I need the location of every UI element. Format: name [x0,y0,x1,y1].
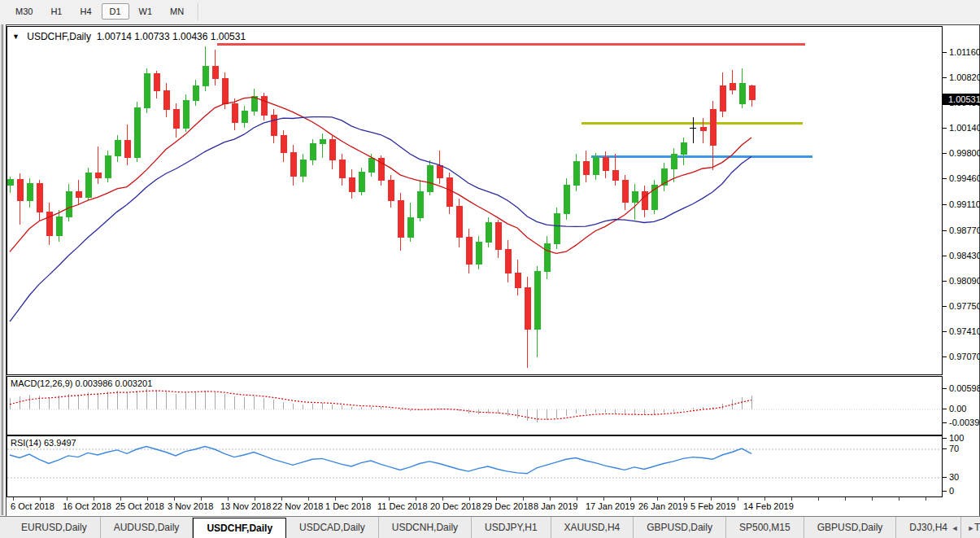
date-label: 26 Jan 2019 [638,501,688,511]
price-label: 0.99460 [949,173,980,183]
rsi-line [10,447,751,474]
candle-body [505,249,511,273]
candle-body [349,178,355,191]
candle-body [359,172,364,191]
date-tick [845,497,846,501]
candle-body [407,217,413,238]
date-tick [469,497,470,501]
tab-scroll-left-icon[interactable]: ◄ [949,523,960,534]
candle-body [134,108,140,158]
candle-body [486,222,491,242]
candle-body [466,238,472,265]
candle-body [154,74,159,91]
macd-label: 0.00 [949,404,966,413]
rsi-canvas[interactable] [7,436,940,495]
ma-slow-line[interactable] [10,117,751,321]
price-label: 0.97410 [949,326,980,336]
candle-body [739,83,745,103]
date-tick [577,497,577,501]
candle-body [271,116,277,136]
candle-body [720,85,725,111]
tab-sp500-m15[interactable]: SP500,M15 [726,517,804,538]
candle-body [495,222,501,249]
value-axis[interactable]: 1.00531 1.011601.008201.004801.001400.99… [943,25,978,516]
candle-body [339,160,345,178]
date-label: 22 Nov 2018 [272,501,323,511]
price-label: 0.97070 [949,352,980,361]
price-tick [943,230,947,231]
date-tick [926,497,926,501]
candle-body [203,66,208,85]
candle-body [85,173,91,197]
candle-body [622,180,628,202]
tab-gbpusd-daily[interactable]: GBPUSD,Daily [804,517,897,538]
chevron-down-icon[interactable]: ▼ [12,33,20,41]
rsi-label: 30 [949,472,959,482]
candle-body [632,191,638,203]
tab-scroll-buttons: ◄ ► [949,523,977,534]
timeframe-button-d1[interactable]: D1 [102,3,129,20]
price-tick [943,281,947,282]
toolbar-separator [198,3,199,20]
candle-body [232,103,237,123]
rsi-panel[interactable]: RSI(14) 63.9497 [7,435,943,497]
candle-body [66,191,72,217]
candle-body [427,165,433,191]
tab-xauusd-h4[interactable]: XAUUSD,H4 [551,517,634,538]
candle-body [583,162,589,175]
price-label: 0.97750 [949,301,980,311]
price-label: 1.00140 [949,123,980,133]
candle-body [544,243,550,272]
rsi-tick [943,448,947,449]
macd-panel[interactable]: MACD(12,26,9) 0.003986 0.003201 [7,376,943,435]
tab-usdcad-daily[interactable]: USDCAD,Daily [286,517,379,538]
candle-body [300,160,306,177]
date-label: 5 Feb 2019 [690,501,736,511]
date-tick [711,497,712,501]
candle-body [437,165,442,178]
date-axis[interactable]: 6 Oct 201816 Oct 201825 Oct 20183 Nov 20… [7,497,942,515]
candle-body [56,217,62,236]
tab-scroll-right-icon[interactable]: ► [965,523,977,534]
price-label: 1.00820 [949,72,980,82]
chart-title: ▼ USDCHF,Daily 1.00714 1.00733 1.00436 1… [12,31,246,42]
candle-body [193,85,198,100]
toolbar-pad [0,0,7,1]
date-tick [67,497,68,501]
timeframe-button-m30[interactable]: M30 [7,3,41,20]
tab-gbpusd-daily[interactable]: GBPUSD,Daily [634,517,726,538]
date-tick [764,497,765,501]
price-tick [943,77,947,78]
candle-body [105,155,111,177]
tab-usdcnh-daily[interactable]: USDCNH,Daily [379,517,472,538]
rsi-tick [943,491,947,492]
main-chart-canvas[interactable] [7,27,940,373]
candle-body [554,214,560,244]
price-label: 1.01160 [949,47,980,57]
candle-body [368,159,374,172]
candle-body [37,184,42,212]
date-label: 25 Oct 2018 [115,501,164,511]
main-chart-panel[interactable]: ▼ USDCHF,Daily 1.00714 1.00733 1.00436 1… [7,26,943,375]
price-tick [943,306,947,307]
tab-eurusd-daily[interactable]: EURUSD,Daily [8,517,101,538]
tab-audusd-daily[interactable]: AUDUSD,Daily [101,517,194,538]
price-label: 0.98090 [949,276,980,286]
date-tick [684,497,685,501]
timeframe-button-mn[interactable]: MN [162,3,192,20]
rsi-label: 100 [949,433,964,443]
rsi-label: 70 [949,444,959,453]
timeframe-button-h1[interactable]: H1 [42,3,70,20]
candle-body [183,101,189,129]
macd-tick [943,409,947,409]
date-label: 17 Jan 2019 [586,501,635,511]
date-label: 16 Oct 2018 [63,501,111,511]
rsi-label: 0 [949,486,954,496]
date-label: 20 Dec 2018 [430,501,481,511]
tab-usdchf-daily[interactable]: USDCHF,Daily [193,518,286,538]
timeframe-button-w1[interactable]: W1 [131,3,161,20]
candle-body [124,141,130,158]
candle-body [612,170,618,180]
timeframe-button-h4[interactable]: H4 [72,3,99,20]
tab-usdjpy-h1[interactable]: USDJPY,H1 [472,517,551,538]
